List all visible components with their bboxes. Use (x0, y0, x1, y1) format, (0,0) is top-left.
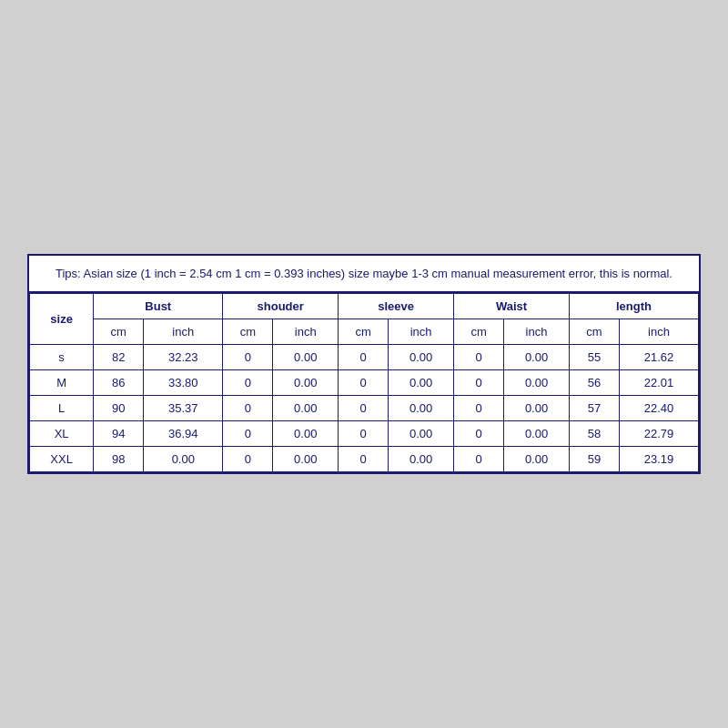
waist-cm: 0 (454, 421, 504, 447)
shoulder-inch: 0.00 (273, 421, 339, 447)
table-row: XL9436.9400.0000.0000.005822.79 (30, 421, 699, 447)
bust-header: Bust (94, 294, 223, 319)
bust-inch: 33.80 (144, 370, 223, 396)
table-row: XXL980.0000.0000.0000.005923.19 (30, 447, 699, 472)
shoulder-inch: 0.00 (273, 370, 339, 396)
length-cm-header: cm (569, 319, 619, 345)
length-cm: 56 (569, 370, 619, 396)
waist-cm-header: cm (454, 319, 504, 345)
bust-cm: 94 (94, 421, 144, 447)
sleeve-inch-header: inch (389, 319, 454, 345)
size-cell: s (30, 345, 94, 370)
bust-cm: 82 (94, 345, 144, 370)
sleeve-inch: 0.00 (389, 396, 454, 421)
waist-inch-header: inch (504, 319, 570, 345)
sleeve-cm: 0 (339, 396, 389, 421)
table-row: s8232.2300.0000.0000.005521.62 (30, 345, 699, 370)
sleeve-cm: 0 (339, 447, 389, 472)
waist-inch: 0.00 (504, 370, 570, 396)
length-inch-header: inch (620, 319, 699, 345)
waist-header: Waist (454, 294, 570, 319)
shoulder-cm-header: cm (223, 319, 273, 345)
size-cell: M (30, 370, 94, 396)
sleeve-inch: 0.00 (389, 447, 454, 472)
bust-inch: 0.00 (144, 447, 223, 472)
bust-inch: 36.94 (144, 421, 223, 447)
waist-inch: 0.00 (504, 345, 570, 370)
length-inch: 21.62 (620, 345, 699, 370)
shoulder-inch: 0.00 (273, 396, 339, 421)
length-inch: 22.79 (620, 421, 699, 447)
shoulder-header: shouder (223, 294, 339, 319)
waist-cm: 0 (454, 370, 504, 396)
sleeve-header: sleeve (339, 294, 454, 319)
tips-text: Tips: Asian size (1 inch = 2.54 cm 1 cm … (29, 256, 699, 294)
waist-inch: 0.00 (504, 396, 570, 421)
length-inch: 22.01 (620, 370, 699, 396)
sleeve-cm-header: cm (339, 319, 389, 345)
length-cm: 59 (569, 447, 619, 472)
length-cm: 58 (569, 421, 619, 447)
shoulder-inch-header: inch (273, 319, 339, 345)
bust-inch-header: inch (144, 319, 223, 345)
waist-cm: 0 (454, 447, 504, 472)
sleeve-cm: 0 (339, 370, 389, 396)
shoulder-cm: 0 (223, 447, 273, 472)
shoulder-inch: 0.00 (273, 447, 339, 472)
shoulder-cm: 0 (223, 345, 273, 370)
bust-cm: 86 (94, 370, 144, 396)
sleeve-cm: 0 (339, 421, 389, 447)
size-cell: XXL (30, 447, 94, 472)
bust-cm: 90 (94, 396, 144, 421)
size-table: size Bust shouder sleeve Waist length cm… (29, 293, 699, 472)
bust-cm: 98 (94, 447, 144, 472)
bust-inch: 35.37 (144, 396, 223, 421)
sleeve-cm: 0 (339, 345, 389, 370)
table-row: L9035.3700.0000.0000.005722.40 (30, 396, 699, 421)
length-inch: 22.40 (620, 396, 699, 421)
length-header: length (569, 294, 698, 319)
length-inch: 23.19 (620, 447, 699, 472)
size-header: size (30, 294, 94, 345)
table-row: M8633.8000.0000.0000.005622.01 (30, 370, 699, 396)
waist-cm: 0 (454, 345, 504, 370)
shoulder-inch: 0.00 (273, 345, 339, 370)
length-cm: 57 (569, 396, 619, 421)
length-cm: 55 (569, 345, 619, 370)
sleeve-inch: 0.00 (389, 370, 454, 396)
size-cell: L (30, 396, 94, 421)
shoulder-cm: 0 (223, 421, 273, 447)
waist-cm: 0 (454, 396, 504, 421)
bust-inch: 32.23 (144, 345, 223, 370)
shoulder-cm: 0 (223, 396, 273, 421)
size-cell: XL (30, 421, 94, 447)
sleeve-inch: 0.00 (389, 421, 454, 447)
waist-inch: 0.00 (504, 447, 570, 472)
size-chart-container: Tips: Asian size (1 inch = 2.54 cm 1 cm … (27, 254, 701, 475)
shoulder-cm: 0 (223, 370, 273, 396)
sleeve-inch: 0.00 (389, 345, 454, 370)
waist-inch: 0.00 (504, 421, 570, 447)
bust-cm-header: cm (94, 319, 144, 345)
